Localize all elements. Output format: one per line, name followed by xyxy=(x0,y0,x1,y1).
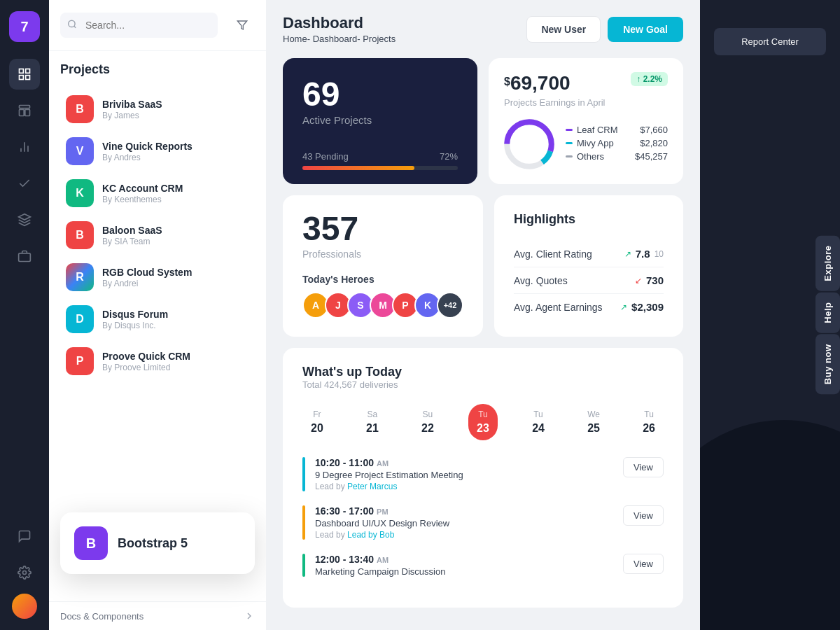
buynow-tab[interactable]: Buy now xyxy=(816,335,840,395)
pending-label: 43 Pending xyxy=(302,151,349,162)
event-view-btn-1[interactable]: View xyxy=(623,457,664,477)
donut-chart xyxy=(504,119,554,169)
earnings-label: Projects Earnings in April xyxy=(504,97,668,108)
earnings-card: $69,700 ↑ 2.2% Projects Earnings in Apri… xyxy=(489,58,683,184)
cal-day-22[interactable]: Su 22 xyxy=(413,404,442,440)
project-author: By Andres xyxy=(102,153,249,162)
event-view-btn-2[interactable]: View xyxy=(623,505,664,526)
professionals-number: 357 xyxy=(302,212,463,246)
sidebar-item-grid[interactable] xyxy=(9,59,40,90)
help-tab[interactable]: Help xyxy=(816,293,840,333)
bootstrap-logo: B xyxy=(74,526,108,560)
project-author: By Andrei xyxy=(102,279,249,288)
project-logo-kc: K xyxy=(66,179,94,207)
event-lead-1: Lead by Peter Marcus xyxy=(315,482,613,491)
explore-tab[interactable]: Explore xyxy=(816,235,840,290)
filter-button[interactable] xyxy=(230,13,255,38)
event-title-2: Dashboard UI/UX Design Review xyxy=(315,518,613,528)
project-logo-rgb: R xyxy=(66,263,94,291)
project-author: By James xyxy=(102,111,249,120)
cal-day-23-active[interactable]: Tu 23 xyxy=(468,404,498,440)
highlight-row-earnings: Avg. Agent Earnings ↗ $2,309 xyxy=(514,294,664,320)
project-name: Briviba SaaS xyxy=(102,99,249,110)
cal-day-26[interactable]: Tu 26 xyxy=(634,404,664,440)
page-title: Dashboard xyxy=(283,14,396,32)
legend-mivy-app: Mivy App $2,820 xyxy=(566,138,668,148)
cal-day-21[interactable]: Sa 21 xyxy=(358,404,387,440)
left-panel: Projects B Briviba SaaS By James V Vine … xyxy=(49,0,266,630)
sidebar-item-settings[interactable] xyxy=(9,557,40,588)
chevron-right-icon xyxy=(244,610,255,622)
project-author: By Disqus Inc. xyxy=(102,321,249,330)
highlight-label-earnings: Avg. Agent Earnings xyxy=(514,302,603,313)
svg-rect-1 xyxy=(26,69,30,74)
calendar-row: Fr 20 Sa 21 Su 22 Tu 23 Tu 24 We 25 xyxy=(302,404,664,440)
project-name: Disqus Forum xyxy=(102,309,249,320)
svg-marker-15 xyxy=(237,21,246,29)
search-input[interactable] xyxy=(60,13,218,38)
highlights-card: Highlights Avg. Client Rating ↗ 7.8 10 A… xyxy=(494,195,683,337)
new-user-button[interactable]: New User xyxy=(526,16,601,43)
event-lead-link-2[interactable]: Lead by Bob xyxy=(347,530,394,540)
event-time-1: 10:20 - 11:00 AM xyxy=(315,457,613,468)
trend-down-icon: ↙ xyxy=(635,276,642,286)
project-author: By Proove Limited xyxy=(102,363,249,372)
active-projects-card: 69 Active Projects 43 Pending 72% xyxy=(283,58,477,184)
cal-day-24[interactable]: Tu 24 xyxy=(524,404,553,440)
search-icon xyxy=(67,20,77,31)
main-header: Dashboard Home- Dashboard- Projects New … xyxy=(283,14,683,44)
sidebar-item-check[interactable] xyxy=(9,168,40,199)
project-item-disqus[interactable]: D Disqus Forum By Disqus Inc. xyxy=(60,298,255,340)
sidebar-item-briefcase[interactable] xyxy=(9,241,40,272)
report-center-button[interactable]: Report Center xyxy=(714,28,826,55)
whatsup-card: What's up Today Total 424,567 deliveries… xyxy=(283,348,683,608)
project-item-briviba[interactable]: B Briviba SaaS By James xyxy=(60,88,255,130)
project-item-baloon[interactable]: B Baloon SaaS By SIA Team xyxy=(60,214,255,256)
svg-rect-3 xyxy=(26,76,30,80)
event-time-3: 12:00 - 13:40 AM xyxy=(315,554,613,565)
whatsup-subtitle: Total 424,567 deliveries xyxy=(302,379,664,390)
right-tabs: Explore Help Buy now xyxy=(816,235,840,394)
earnings-badge: ↑ 2.2% xyxy=(631,72,668,86)
heroes-title: Today's Heroes xyxy=(302,274,463,285)
bootstrap-popup[interactable]: B Bootstrap 5 xyxy=(60,512,255,574)
progress-bar-outer xyxy=(302,166,458,170)
event-item-1: 10:20 - 11:00 AM 9 Degree Project Estima… xyxy=(302,457,664,491)
earnings-amount: 69,700 xyxy=(510,72,570,94)
highlight-row-rating: Avg. Client Rating ↗ 7.8 10 xyxy=(514,241,664,267)
user-number-badge[interactable]: 7 xyxy=(9,11,40,42)
project-item-proove[interactable]: P Proove Quick CRM By Proove Limited xyxy=(60,340,255,382)
sidebar-item-widgets[interactable] xyxy=(9,95,40,126)
event-lead-link-1[interactable]: Peter Marcus xyxy=(347,482,397,491)
user-avatar[interactable] xyxy=(12,594,37,619)
project-item-rgb[interactable]: R RGB Cloud System By Andrei xyxy=(60,256,255,298)
left-panel-bottom: Docs & Components xyxy=(49,601,266,630)
pending-percent: 72% xyxy=(440,151,458,162)
sidebar-item-chart[interactable] xyxy=(9,132,40,162)
legend-value-leaf: $7,660 xyxy=(640,125,668,135)
svg-line-14 xyxy=(74,26,76,28)
svg-rect-11 xyxy=(19,253,31,262)
project-name: RGB Cloud System xyxy=(102,267,249,278)
main-content: Dashboard Home- Dashboard- Projects New … xyxy=(266,0,700,630)
active-projects-number: 69 xyxy=(302,78,458,111)
highlight-value-rating: 7.8 xyxy=(636,248,650,260)
event-view-btn-3[interactable]: View xyxy=(623,554,664,574)
sidebar-item-layers[interactable] xyxy=(9,204,40,235)
project-item-vine[interactable]: V Vine Quick Reports By Andres xyxy=(60,130,255,172)
progress-bar-inner xyxy=(302,166,414,170)
cal-day-25[interactable]: We 25 xyxy=(579,404,608,440)
legend-name-others: Others xyxy=(577,151,604,162)
sidebar-item-messages[interactable] xyxy=(9,521,40,552)
cards-row-1: 69 Active Projects 43 Pending 72% $69,70… xyxy=(283,58,683,184)
cal-day-20[interactable]: Fr 20 xyxy=(302,404,332,440)
project-item-kc[interactable]: K KC Account CRM By Keenthemes xyxy=(60,172,255,214)
legend-others: Others $45,257 xyxy=(566,151,668,162)
legend-dot-others xyxy=(566,155,573,158)
docs-link[interactable]: Docs & Components xyxy=(60,611,144,622)
projects-title: Projects xyxy=(60,62,255,77)
legend-name-leaf: Leaf CRM xyxy=(577,125,618,135)
new-goal-button[interactable]: New Goal xyxy=(608,17,683,42)
event-bar-3 xyxy=(302,554,305,577)
legend-dot-mivy xyxy=(566,142,573,144)
